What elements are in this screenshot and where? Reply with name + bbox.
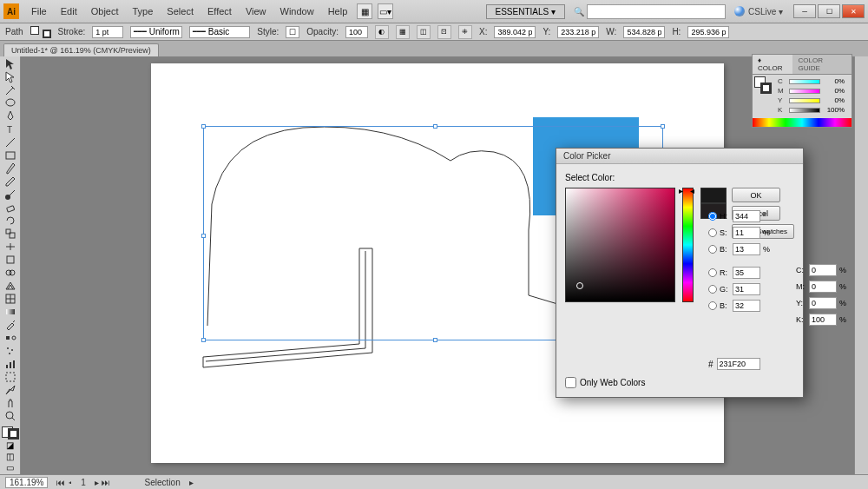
zoom-tool[interactable]	[2, 410, 19, 422]
s-input[interactable]	[733, 227, 760, 239]
graphic-style-dropdown[interactable]: ☐	[286, 26, 299, 38]
doc-close-button[interactable]: ✕	[842, 4, 865, 18]
b-rgb-radio[interactable]	[708, 301, 717, 310]
menu-effect[interactable]: Effect	[201, 3, 239, 19]
selection-handle[interactable]	[433, 124, 437, 129]
menu-edit[interactable]: Edit	[54, 3, 84, 19]
artboard-nav-prev-icon[interactable]: ⏮ ◂	[56, 478, 72, 487]
direct-selection-tool[interactable]	[2, 71, 19, 83]
recolor-artwork-icon[interactable]: ◐	[375, 25, 389, 39]
g-radio[interactable]	[708, 285, 717, 294]
w-input[interactable]	[623, 26, 665, 38]
tab-color-guide[interactable]: COLOR GUIDE	[792, 55, 852, 74]
b-hsb-input[interactable]	[733, 243, 760, 255]
artboard-tool[interactable]	[2, 371, 19, 383]
pen-tool[interactable]	[2, 110, 19, 122]
stroke-weight-input[interactable]: 1 pt	[92, 26, 123, 38]
eraser-tool[interactable]	[2, 202, 19, 214]
m-value[interactable]: 0	[823, 87, 838, 95]
paintbrush-tool[interactable]	[2, 162, 19, 175]
opacity-input[interactable]	[345, 26, 368, 38]
panel-fill-stroke[interactable]	[754, 76, 772, 94]
k-slider[interactable]	[789, 108, 820, 113]
selection-handle[interactable]	[433, 338, 437, 342]
doc-maximize-button[interactable]: ☐	[818, 4, 840, 18]
scale-tool[interactable]	[2, 228, 19, 240]
line-tool[interactable]	[2, 136, 19, 149]
search-input[interactable]	[587, 4, 726, 19]
s-radio[interactable]	[708, 228, 717, 237]
lasso-tool[interactable]	[2, 97, 19, 109]
artboard-nav-next-icon[interactable]: ▸ ⏭	[95, 478, 110, 487]
y-value[interactable]: 0	[823, 96, 838, 104]
workspace-switcher[interactable]: ESSENTIALS ▾	[486, 4, 565, 19]
c-slider[interactable]	[789, 79, 820, 84]
isolate-icon[interactable]: ⊡	[437, 25, 451, 39]
b-radio[interactable]	[708, 245, 717, 254]
doc-minimize-button[interactable]: ─	[793, 4, 816, 18]
selection-handle[interactable]	[201, 124, 206, 129]
pencil-tool[interactable]	[2, 175, 19, 188]
r-radio[interactable]	[708, 268, 717, 277]
blob-brush-tool[interactable]	[2, 188, 19, 201]
h-input[interactable]	[687, 26, 729, 38]
color-field-cursor[interactable]	[576, 282, 583, 289]
m-input[interactable]	[809, 281, 837, 293]
tab-color[interactable]: ♦ COLOR	[753, 55, 792, 74]
ok-button[interactable]: OK	[732, 188, 780, 202]
brush-definition-dropdown[interactable]: ━━━ Basic	[189, 26, 250, 38]
align-icon[interactable]: ▦	[396, 25, 410, 39]
transform-panel-icon[interactable]: ◫	[417, 25, 431, 39]
spectrum-bar[interactable]	[753, 118, 852, 127]
menu-file[interactable]: File	[24, 3, 54, 19]
selection-handle[interactable]	[201, 234, 206, 238]
type-tool[interactable]: T	[2, 123, 19, 135]
selection-handle[interactable]	[201, 338, 206, 342]
only-web-colors-checkbox[interactable]	[565, 377, 576, 388]
slice-tool[interactable]	[2, 384, 19, 396]
k-value[interactable]: 100	[823, 106, 838, 114]
menu-help[interactable]: Help	[321, 3, 355, 19]
arrange-docs-icon[interactable]: ▦	[357, 3, 372, 19]
symbol-sprayer-tool[interactable]	[2, 345, 19, 357]
menu-view[interactable]: View	[239, 3, 273, 19]
menu-select[interactable]: Select	[160, 3, 201, 19]
document-tab[interactable]: Untitled-1* @ 161.19% (CMYK/Preview)	[3, 43, 159, 56]
magic-wand-tool[interactable]	[2, 84, 19, 96]
y-slider[interactable]	[789, 98, 820, 103]
cslive-button[interactable]: CSLive ▾	[734, 6, 783, 17]
screen-mode-icon[interactable]: ▭▾	[378, 3, 393, 19]
hand-tool[interactable]	[2, 397, 19, 409]
blend-tool[interactable]	[2, 332, 19, 344]
menu-window[interactable]: Window	[273, 3, 321, 19]
artboard-number[interactable]: 1	[81, 478, 86, 487]
y-input[interactable]	[557, 26, 599, 38]
free-transform-tool[interactable]	[2, 254, 19, 266]
r-input[interactable]	[733, 267, 760, 279]
b-rgb-input[interactable]	[733, 300, 760, 312]
shape-builder-tool[interactable]	[2, 267, 19, 279]
c-input[interactable]	[809, 264, 837, 276]
color-mode-icon[interactable]: ◪	[2, 439, 19, 450]
m-slider[interactable]	[789, 89, 820, 94]
zoom-level-dropdown[interactable]: 161.19%	[5, 477, 48, 488]
menu-object[interactable]: Object	[84, 3, 126, 19]
selection-tool[interactable]	[2, 58, 19, 70]
hex-input[interactable]	[717, 358, 760, 370]
status-dropdown-icon[interactable]: ▸	[189, 478, 194, 487]
rectangle-tool[interactable]	[2, 149, 19, 162]
y-input[interactable]	[809, 297, 837, 309]
eyedropper-tool[interactable]	[2, 319, 19, 331]
selection-handle[interactable]	[661, 124, 665, 129]
color-field[interactable]	[565, 188, 675, 302]
x-input[interactable]	[494, 26, 536, 38]
reference-point-icon[interactable]: ⁜	[458, 25, 472, 39]
right-dock-strip[interactable]	[854, 56, 868, 474]
hue-slider-thumb[interactable]: ▸ ◂	[679, 186, 694, 195]
h-radio[interactable]	[708, 212, 717, 221]
mesh-tool[interactable]	[2, 293, 19, 305]
screen-mode-tool-icon[interactable]: ▭	[2, 463, 19, 473]
rotate-tool[interactable]	[2, 215, 19, 227]
draw-mode-icon[interactable]: ◫	[2, 451, 19, 461]
gradient-tool[interactable]	[2, 306, 19, 318]
